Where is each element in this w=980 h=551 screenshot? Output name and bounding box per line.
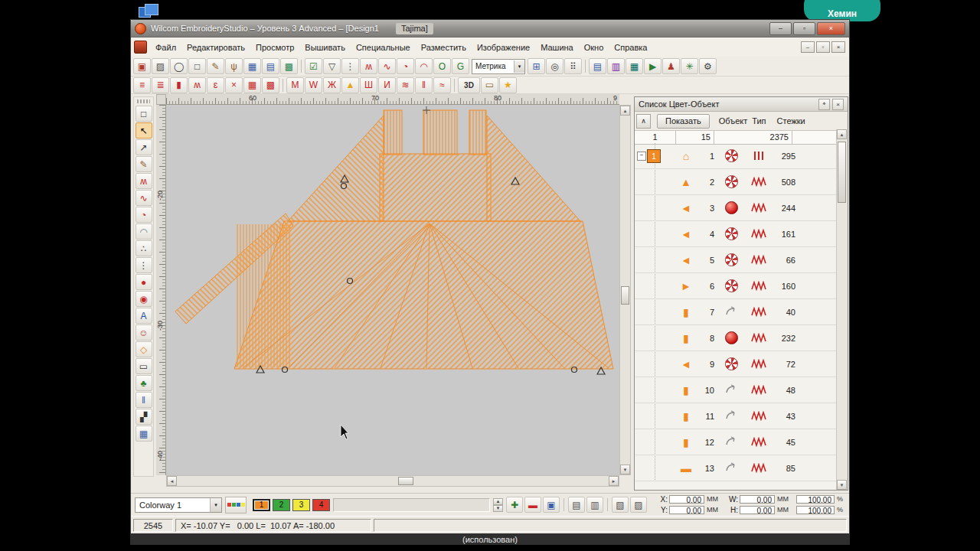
- chevron-down-icon[interactable]: ▾: [514, 60, 524, 73]
- color-group-badge[interactable]: 1: [647, 149, 661, 163]
- vertical-scrollbar[interactable]: ▲ ▼: [619, 105, 631, 475]
- color-chip-2[interactable]: 2: [273, 499, 290, 511]
- ellipse-input-tool[interactable]: ●: [136, 274, 152, 290]
- horizontal-scrollbar[interactable]: ◄ ►: [166, 475, 619, 487]
- menu-item-Специальные[interactable]: Специальные: [351, 40, 416, 55]
- input-run-tool[interactable]: ∿: [136, 190, 152, 206]
- flower-motif-button[interactable]: ✳: [681, 58, 698, 74]
- scroll-left-arrow[interactable]: ◄: [167, 476, 177, 486]
- auto-outline-button[interactable]: O: [433, 58, 451, 74]
- h-scale-field[interactable]: 100.00: [796, 506, 835, 514]
- e-stitch-button[interactable]: ɛ: [207, 77, 224, 93]
- filter-objects-button[interactable]: ▽: [323, 58, 341, 74]
- cross-stitch-button[interactable]: ×: [225, 77, 243, 93]
- edit-colors-button[interactable]: [225, 497, 247, 514]
- menu-item-Изображение[interactable]: Изображение: [472, 40, 535, 55]
- color-chip-3[interactable]: 3: [292, 499, 310, 511]
- node-edit-tool[interactable]: ∴: [136, 240, 152, 256]
- group-expander-icon[interactable]: −: [637, 152, 646, 161]
- menu-item-Разместить[interactable]: Разместить: [416, 40, 472, 55]
- maximize-button[interactable]: ▫: [793, 22, 815, 35]
- branching-tool-button[interactable]: ψ: [225, 58, 243, 74]
- color-chip-4[interactable]: 4: [312, 499, 330, 511]
- cycle-colorway-button[interactable]: ▣: [543, 497, 560, 513]
- scroll-down-arrow[interactable]: ▼: [620, 465, 630, 474]
- object-row[interactable]: ▮740: [635, 299, 836, 325]
- pull-compensation-button[interactable]: Ш: [360, 77, 377, 93]
- units-select[interactable]: Метрика▾: [472, 59, 525, 74]
- hoop-show-button[interactable]: ◎: [546, 58, 564, 74]
- title-bar[interactable]: Wilcom EmbroideryStudio – Уровень 3 Adva…: [131, 20, 849, 37]
- object-row[interactable]: ◄3244: [635, 195, 836, 221]
- doc-minimize-button[interactable]: –: [801, 41, 815, 53]
- reshape-object-tool[interactable]: ↗: [136, 139, 152, 155]
- menu-item-Справка[interactable]: Справка: [609, 40, 652, 55]
- options-gear-button[interactable]: ⚙: [699, 58, 717, 74]
- florentine-fill-tool[interactable]: ♣: [136, 375, 152, 391]
- rounded-rect-tool-button[interactable]: □: [188, 58, 206, 74]
- panel-scroll-thumb[interactable]: [838, 142, 846, 203]
- satin-stitch-button[interactable]: ▮: [170, 77, 188, 93]
- menu-item-Окно[interactable]: Окно: [579, 40, 609, 55]
- print-colors-button[interactable]: ▥: [586, 497, 603, 513]
- doc-close-button[interactable]: ×: [831, 41, 845, 53]
- table-view-button[interactable]: ▤: [262, 58, 279, 74]
- remove-colorway-button[interactable]: ▬: [524, 497, 541, 513]
- panel-scroll-down-arrow[interactable]: ▼: [837, 480, 847, 490]
- motif-zh-button[interactable]: Ж: [323, 77, 341, 93]
- monogram-tool-tool[interactable]: ◇: [136, 341, 152, 357]
- polygon-select-tool[interactable]: □: [136, 106, 152, 122]
- h-field[interactable]: 0.00: [740, 506, 775, 514]
- stitch-chart-b-button[interactable]: ▥: [607, 58, 625, 74]
- panel-scroll-up-arrow[interactable]: ▲: [837, 129, 847, 139]
- auto-region-button[interactable]: G: [452, 58, 469, 74]
- object-row[interactable]: ▮1048: [635, 377, 836, 403]
- copy-colors-button[interactable]: ▤: [568, 497, 585, 513]
- pencil-digitize-button[interactable]: ✎: [207, 58, 224, 74]
- object-select-tool[interactable]: ↖: [136, 122, 152, 139]
- outline-triple-button[interactable]: ≣: [152, 77, 169, 93]
- zigzag-stitch-button[interactable]: ʍ: [188, 77, 206, 93]
- snap-grid-button[interactable]: ⊞: [528, 58, 545, 74]
- match-colors-button[interactable]: ▨: [630, 497, 647, 513]
- stitch-chart-a-button[interactable]: ▤: [589, 58, 606, 74]
- minimize-button[interactable]: –: [769, 22, 792, 35]
- ripple-fill-button[interactable]: ≋: [397, 77, 414, 93]
- show-selected-button[interactable]: ☑: [305, 58, 322, 74]
- tatami-fill-button[interactable]: ▦: [243, 77, 261, 93]
- menu-item-Файл[interactable]: Файл: [150, 40, 181, 55]
- stitch-contour-button[interactable]: ◠: [415, 58, 433, 74]
- w-field[interactable]: 0.00: [740, 495, 775, 504]
- outline-run-button[interactable]: ≡: [133, 77, 151, 93]
- close-button[interactable]: ×: [817, 22, 845, 35]
- design-page-button[interactable]: ▣: [133, 58, 151, 74]
- fan-fill-tool[interactable]: ◔: [136, 207, 152, 223]
- vertical-scroll-thumb[interactable]: [621, 286, 629, 305]
- panel-title-bar[interactable]: Список Цвет-Объект ⌖ ×: [635, 97, 848, 112]
- menu-item-Вышивать[interactable]: Вышивать: [299, 40, 351, 55]
- scroll-up-arrow[interactable]: ▲: [620, 106, 630, 116]
- underlay-warning-button[interactable]: ▲: [341, 77, 359, 93]
- envelope-effect-button[interactable]: ▭: [481, 77, 498, 93]
- horizontal-scroll-thumb[interactable]: [398, 477, 413, 485]
- spinner-up-arrow[interactable]: ▲: [493, 498, 503, 505]
- add-colorway-button[interactable]: ✚: [506, 497, 523, 513]
- stitch-zigzag-button[interactable]: ʍ: [360, 58, 377, 74]
- contour-rows-button[interactable]: ‖: [415, 77, 433, 93]
- input-zigzag-tool[interactable]: ʍ: [136, 173, 152, 189]
- chevron-down-icon[interactable]: ▾: [210, 498, 221, 512]
- swirl-tool-tool[interactable]: ◉: [136, 291, 152, 307]
- hatch-fill-button[interactable]: ▨: [152, 58, 169, 74]
- object-row[interactable]: ▲2508: [635, 169, 836, 195]
- pin-icon[interactable]: ⌖: [818, 99, 830, 110]
- scroll-right-arrow[interactable]: ►: [609, 476, 619, 486]
- panel-close-icon[interactable]: ×: [832, 99, 844, 110]
- collapse-all-button[interactable]: ∧: [636, 114, 651, 129]
- boundary-rect-tool[interactable]: ▭: [136, 358, 152, 374]
- contour-tool-tool[interactable]: ◠: [136, 223, 152, 240]
- stagger-tool-tool[interactable]: ▞: [136, 409, 152, 425]
- view-3d-button[interactable]: 3D: [458, 77, 480, 93]
- ellipse-tool-button[interactable]: ◯: [170, 58, 188, 74]
- team-names-button[interactable]: ♟: [662, 58, 680, 74]
- object-row[interactable]: ◄972: [635, 351, 836, 377]
